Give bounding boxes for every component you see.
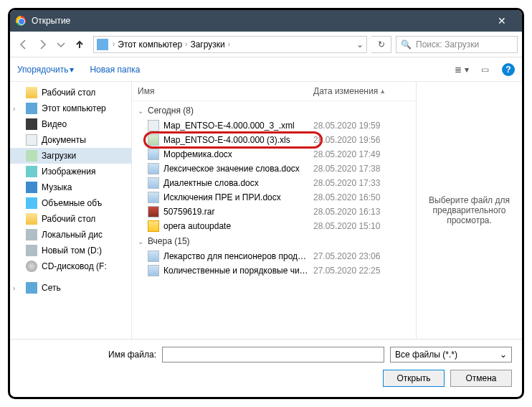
chevron-down-icon: ⌄ bbox=[138, 238, 143, 245]
file-name: Морфемика.docx bbox=[163, 149, 309, 159]
column-date[interactable]: Дата изменения ▲ bbox=[313, 86, 410, 96]
open-button[interactable]: Открыть bbox=[383, 370, 445, 387]
sidebar-item[interactable]: Локальный дис bbox=[10, 227, 131, 243]
sidebar-item-label: Музыка bbox=[42, 182, 72, 192]
pc-icon bbox=[97, 39, 108, 50]
filetype-filter[interactable]: Все файлы (*.*) ⌄ bbox=[390, 347, 512, 362]
file-name: Лексическое значение слова.docx bbox=[163, 164, 309, 174]
chevron-down-icon: ⌄ bbox=[500, 350, 507, 360]
nav-up-button[interactable] bbox=[70, 35, 89, 54]
main-area: Рабочий стол›Этот компьютерВидеоДокумент… bbox=[10, 82, 522, 340]
navbar: › Этот компьютер › Загрузки › ⌄ ↻ 🔍 Поис… bbox=[10, 32, 522, 57]
file-name: Количественные и порядковые числит... bbox=[163, 266, 309, 276]
file-row[interactable]: Map_ENTSO-E-4.000.000_3_.xml28.05.2020 1… bbox=[132, 118, 416, 133]
file-date: 28.05.2020 15:10 bbox=[313, 221, 410, 231]
sidebar-item[interactable]: Загрузки bbox=[10, 148, 131, 164]
sidebar-item-label: Рабочий стол bbox=[42, 214, 95, 224]
column-name[interactable]: Имя bbox=[138, 86, 313, 96]
file-date: 28.05.2020 16:50 bbox=[313, 192, 410, 202]
file-row[interactable]: Морфемика.docx28.05.2020 17:49 bbox=[132, 147, 416, 162]
sidebar-item[interactable]: CD-дисковод (F: bbox=[10, 258, 131, 274]
toolbar: Упорядочить ▾ Новая папка ≣ ▾ ▭ ? bbox=[10, 57, 522, 82]
window-title: Открытие bbox=[32, 16, 488, 26]
sidebar-item[interactable]: Документы bbox=[10, 132, 131, 148]
column-headers: Имя Дата изменения ▲ bbox=[132, 82, 416, 101]
bottom-panel: Имя файла: Все файлы (*.*) ⌄ Открыть Отм… bbox=[10, 340, 522, 397]
filename-label: Имя файла: bbox=[20, 350, 156, 360]
expand-icon[interactable]: › bbox=[13, 284, 15, 292]
preview-pane-button[interactable]: ▭ bbox=[475, 61, 495, 78]
sidebar-item-label: Видео bbox=[42, 119, 67, 129]
sidebar-item[interactable]: Рабочий стол bbox=[10, 85, 131, 100]
file-list-body[interactable]: ⌄Сегодня (8)Map_ENTSO-E-4.000.000_3_.xml… bbox=[132, 101, 416, 339]
cancel-button[interactable]: Отмена bbox=[450, 370, 512, 387]
sidebar-item[interactable]: Изображения bbox=[10, 164, 131, 179]
file-row[interactable]: 50759619.rar28.05.2020 16:13 bbox=[132, 205, 416, 219]
file-group-header[interactable]: ⌄Сегодня (8) bbox=[132, 103, 416, 118]
chevron-down-icon[interactable]: ⌄ bbox=[356, 39, 364, 50]
sidebar-item[interactable]: Рабочий стол bbox=[10, 211, 131, 227]
file-icon bbox=[148, 265, 159, 276]
sidebar-item[interactable]: Музыка bbox=[10, 179, 131, 195]
preview-pane: Выберите файл для предварительного просм… bbox=[416, 82, 522, 339]
sidebar-item-label: Новый том (D:) bbox=[42, 245, 102, 256]
nav-forward-button[interactable] bbox=[33, 35, 52, 54]
file-row[interactable]: Количественные и порядковые числит...27.… bbox=[132, 263, 416, 278]
help-button[interactable]: ? bbox=[502, 63, 515, 76]
file-row[interactable]: opera autoupdate28.05.2020 15:10 bbox=[132, 219, 416, 233]
sidebar-item-label: Объемные объ bbox=[42, 198, 102, 208]
i-video-icon bbox=[26, 118, 37, 130]
sidebar-item-label: Рабочий стол bbox=[42, 88, 95, 98]
expand-icon[interactable]: › bbox=[13, 105, 15, 113]
file-date: 28.05.2020 19:56 bbox=[313, 135, 410, 145]
breadcrumb-item[interactable]: Этот компьютер bbox=[118, 39, 182, 50]
i-disk-icon bbox=[26, 229, 37, 240]
sidebar-item[interactable]: Новый том (D:) bbox=[10, 243, 131, 258]
file-group-header[interactable]: ⌄Вчера (15) bbox=[132, 233, 416, 249]
new-folder-button[interactable]: Новая папка bbox=[90, 65, 140, 75]
chevron-down-icon: ▾ bbox=[70, 65, 74, 75]
file-name: opera autoupdate bbox=[163, 221, 309, 231]
breadcrumb-item[interactable]: Загрузки bbox=[190, 39, 224, 50]
file-row[interactable]: Исключения ПРЕ и ПРИ.docx28.05.2020 16:5… bbox=[132, 190, 416, 205]
breadcrumb[interactable]: › Этот компьютер › Загрузки › ⌄ bbox=[93, 36, 367, 53]
chevron-down-icon: ⌄ bbox=[138, 107, 143, 115]
i-disk-icon bbox=[26, 245, 37, 256]
sidebar-item-label: Документы bbox=[42, 135, 86, 145]
file-row[interactable]: Диалектные слова.docx28.05.2020 17:33 bbox=[132, 176, 416, 190]
sidebar-item-label: Сеть bbox=[42, 283, 61, 293]
i-net-icon bbox=[26, 282, 37, 294]
chevron-right-icon: › bbox=[111, 40, 116, 48]
close-button[interactable]: ✕ bbox=[488, 15, 516, 27]
file-row[interactable]: Лекарство для пенсионеров продали в ...2… bbox=[132, 249, 416, 263]
organize-menu[interactable]: Упорядочить ▾ bbox=[17, 65, 74, 75]
i-cd-icon bbox=[26, 261, 37, 272]
sidebar[interactable]: Рабочий стол›Этот компьютерВидеоДокумент… bbox=[10, 82, 132, 339]
file-icon bbox=[148, 251, 159, 262]
file-icon bbox=[148, 163, 159, 174]
view-options-button[interactable]: ≣ ▾ bbox=[452, 61, 472, 78]
file-name: Map_ENTSO-E-4.000.000_3_.xml bbox=[163, 121, 309, 131]
file-icon bbox=[148, 206, 159, 217]
file-row[interactable]: Map_ENTSO-E-4.000.000 (3).xls28.05.2020 … bbox=[132, 133, 416, 147]
file-icon bbox=[148, 192, 159, 203]
sidebar-item[interactable]: Объемные объ bbox=[10, 195, 131, 211]
group-label: Вчера (15) bbox=[148, 236, 190, 246]
nav-recent-button[interactable] bbox=[52, 35, 70, 54]
file-row[interactable]: Лексическое значение слова.docx28.05.202… bbox=[132, 162, 416, 176]
sidebar-item[interactable]: Видео bbox=[10, 116, 131, 132]
sidebar-item-label: Этот компьютер bbox=[42, 103, 106, 113]
file-name: Лекарство для пенсионеров продали в ... bbox=[163, 251, 309, 261]
refresh-button[interactable]: ↻ bbox=[371, 36, 391, 53]
file-icon bbox=[148, 134, 159, 146]
sidebar-item[interactable]: ›Этот компьютер bbox=[10, 100, 131, 116]
file-name: Исключения ПРЕ и ПРИ.docx bbox=[163, 192, 309, 202]
sidebar-item[interactable]: ›Сеть bbox=[10, 280, 131, 296]
i-down-icon bbox=[26, 150, 37, 162]
search-input[interactable]: 🔍 Поиск: Загрузки bbox=[396, 36, 518, 53]
i-desktop-icon bbox=[26, 87, 37, 98]
filename-input[interactable] bbox=[162, 347, 384, 362]
i-music-icon bbox=[26, 182, 37, 193]
nav-back-button[interactable] bbox=[14, 35, 33, 54]
i-doc-icon bbox=[26, 134, 37, 146]
